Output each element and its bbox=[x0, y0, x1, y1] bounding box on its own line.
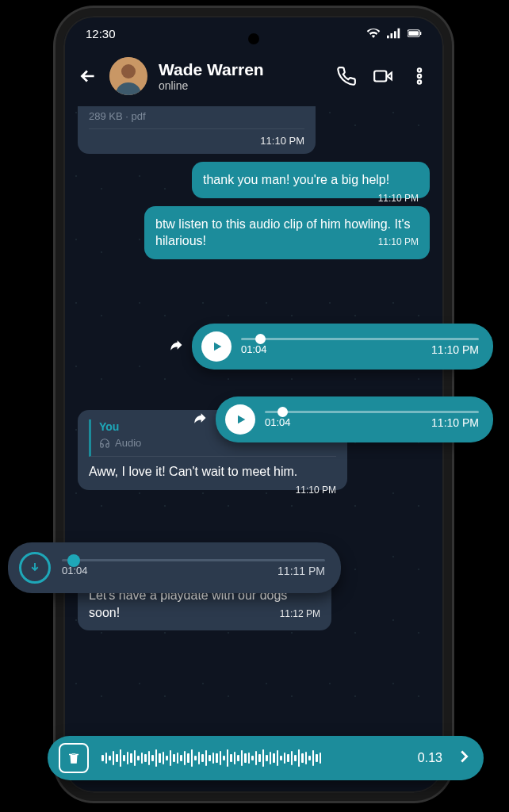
audio-time: 11:11 PM bbox=[277, 565, 325, 577]
svg-rect-0 bbox=[387, 36, 389, 39]
signal-icon bbox=[387, 28, 401, 39]
message-out[interactable]: btw listen to this audio clip of him how… bbox=[144, 206, 430, 259]
message-out[interactable]: thank you man! you're a big help! 11:10 … bbox=[192, 162, 430, 198]
audio-bubble[interactable]: 01:04 11:10 PM bbox=[216, 396, 493, 442]
audio-duration: 01:04 bbox=[241, 343, 267, 356]
battery-icon bbox=[408, 28, 422, 39]
svg-rect-6 bbox=[420, 32, 421, 35]
audio-time: 11:10 PM bbox=[431, 343, 479, 356]
waveform bbox=[101, 746, 405, 770]
audio-track[interactable]: 01:04 11:10 PM bbox=[241, 338, 479, 356]
track-thumb[interactable] bbox=[255, 334, 266, 344]
audio-time: 11:10 PM bbox=[431, 416, 479, 429]
audio-duration: 01:04 bbox=[265, 416, 291, 429]
back-arrow-icon[interactable] bbox=[78, 66, 98, 86]
message-text: thank you man! you're a big help! bbox=[203, 173, 389, 186]
call-icon[interactable] bbox=[336, 66, 357, 86]
recording-time: 0.13 bbox=[418, 751, 442, 765]
track-thumb[interactable] bbox=[277, 407, 288, 417]
recording-bar: 0.13 bbox=[48, 736, 484, 780]
download-button[interactable] bbox=[19, 552, 51, 584]
message-time: 11:10 PM bbox=[296, 484, 336, 496]
send-chevron-icon[interactable] bbox=[455, 748, 473, 768]
header-actions bbox=[336, 66, 430, 86]
more-icon[interactable] bbox=[409, 66, 430, 86]
contact-info: Wade Warren online bbox=[159, 60, 325, 92]
avatar[interactable] bbox=[109, 57, 147, 95]
incoming-audio-bubble[interactable]: 01:04 11:11 PM bbox=[8, 542, 341, 593]
forward-icon[interactable] bbox=[168, 337, 184, 356]
audio-message-row: 01:04 11:10 PM bbox=[168, 324, 493, 370]
audio-track[interactable]: 01:04 11:10 PM bbox=[265, 411, 479, 429]
contact-name: Wade Warren bbox=[159, 60, 325, 79]
svg-rect-3 bbox=[398, 29, 400, 39]
video-icon[interactable] bbox=[373, 66, 393, 86]
message-time: 11:12 PM bbox=[280, 607, 320, 620]
status-icons bbox=[366, 28, 422, 39]
svg-point-10 bbox=[418, 68, 421, 71]
contact-status: online bbox=[159, 79, 325, 92]
message-time: 11:10 PM bbox=[97, 134, 304, 148]
camera-notch bbox=[248, 33, 259, 44]
track-thumb[interactable] bbox=[67, 554, 80, 567]
svg-rect-5 bbox=[408, 31, 418, 36]
svg-rect-2 bbox=[394, 31, 396, 38]
play-button[interactable] bbox=[201, 331, 232, 362]
status-time: 12:30 bbox=[86, 27, 116, 40]
chat-header: Wade Warren online bbox=[63, 51, 444, 106]
file-message-partial[interactable]: 289 KB · pdf 11:10 PM bbox=[78, 106, 316, 154]
audio-bubble[interactable]: 01:04 11:10 PM bbox=[192, 324, 493, 370]
forward-icon[interactable] bbox=[192, 410, 208, 429]
audio-track[interactable]: 01:04 11:11 PM bbox=[62, 559, 325, 577]
svg-point-8 bbox=[121, 64, 136, 79]
message-time: 11:10 PM bbox=[378, 192, 419, 205]
audio-message-row: 01:04 11:10 PM bbox=[192, 396, 493, 442]
svg-point-12 bbox=[418, 80, 421, 83]
message-time: 11:10 PM bbox=[378, 236, 419, 248]
svg-rect-1 bbox=[391, 33, 393, 38]
message-text: Aww, I love it! Can't wait to meet him. bbox=[89, 465, 297, 478]
wifi-icon bbox=[366, 28, 381, 39]
headphones-icon bbox=[99, 438, 110, 449]
message-text: btw listen to this audio clip of him how… bbox=[155, 217, 410, 248]
svg-point-11 bbox=[418, 75, 421, 78]
file-meta: 289 KB · pdf bbox=[89, 109, 304, 129]
play-button[interactable] bbox=[225, 404, 255, 435]
svg-rect-9 bbox=[374, 71, 386, 82]
trash-button[interactable] bbox=[59, 743, 89, 773]
